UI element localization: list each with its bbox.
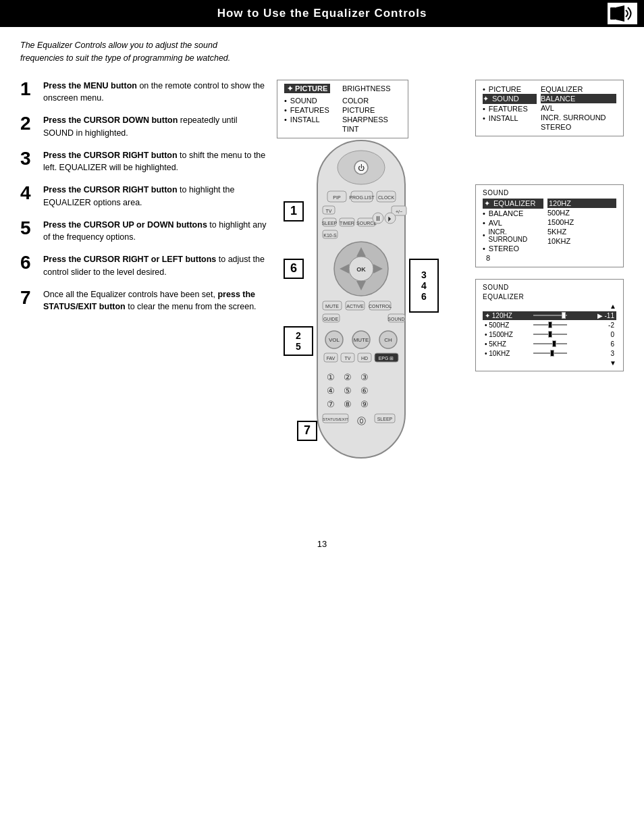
step-3-bold: Press the CURSOR RIGHT button — [43, 151, 178, 160]
menu4-slider-10k — [533, 353, 597, 354]
menu2-install: •INSTALL — [483, 113, 537, 123]
menu1-row-features: •FEATURES — [284, 105, 338, 115]
step-4-number: 4 — [20, 184, 36, 203]
step-3-text: Press the CURSOR RIGHT button to shift t… — [43, 149, 270, 175]
menu4-row-120: ✦ 120HZ ▶ -11 — [483, 311, 616, 320]
menu1-val-tint: TINT — [342, 124, 401, 134]
slider-handle — [548, 331, 552, 338]
step-label-346: 3 4 6 — [409, 259, 439, 313]
bullet: • — [284, 115, 287, 124]
menu1-header: ✦ PICTURE BRIGHTNESS — [284, 84, 401, 93]
svg-text:VOL: VOL — [329, 337, 340, 343]
step-label-6a: 6 — [284, 259, 304, 279]
step-5: 5 Press the CURSOR UP or DOWN buttons to… — [20, 219, 270, 244]
step-2-number: 2 — [20, 114, 36, 133]
menu3-avl: •AVL — [483, 218, 543, 228]
step-2-text: Press the CURSOR DOWN button repeatedly … — [43, 114, 270, 140]
step-3: 3 Press the CURSOR RIGHT button to shift… — [20, 149, 270, 175]
intro-text: The Equalizer Controls allow you to adju… — [20, 39, 250, 65]
step-2: 2 Press the CURSOR DOWN button repeatedl… — [20, 114, 270, 140]
menu2-val-balance: BALANCE — [541, 94, 616, 103]
menu2-right-col: EQUALIZER BALANCE AVL INCR. SURROUND STE… — [537, 84, 616, 132]
step-label-7: 7 — [297, 421, 317, 441]
svg-text:FAV: FAV — [327, 356, 336, 361]
steps-list: 1 Press the MENU button on the remote co… — [20, 80, 270, 519]
step-4: 4 Press the CURSOR RIGHT button to highl… — [20, 184, 270, 209]
center-area: ✦ PICTURE BRIGHTNESS •SOUND •FEATURES •I… — [270, 80, 624, 519]
label: FEATURES — [290, 106, 329, 114]
step-4-text: Press the CURSOR RIGHT button to highlig… — [43, 184, 270, 209]
menu3-eq: ✦EQUALIZER — [483, 199, 543, 209]
menu2-val-surround: INCR. SURROUND — [541, 113, 616, 122]
menu1-right-col: COLOR PICTURE SHARPNESS TINT — [338, 96, 401, 134]
slider-track — [533, 324, 567, 325]
menu3-left-col: ✦EQUALIZER •BALANCE •AVL •INCR. SURROUND… — [483, 199, 543, 263]
menu2-picture: •PICTURE — [483, 84, 537, 94]
svg-text:+/−: +/− — [396, 209, 402, 214]
svg-text:CH: CH — [384, 337, 392, 343]
svg-text:MUTE: MUTE — [325, 304, 339, 309]
svg-text:CLOCK: CLOCK — [378, 195, 394, 200]
menu3-b: 8 — [483, 253, 543, 263]
svg-text:GUIDE: GUIDE — [323, 317, 339, 321]
menu1-val-sharpness: SHARPNESS — [342, 115, 401, 124]
step-5-bold: Press the CURSOR UP or DOWN buttons — [43, 220, 207, 230]
menu-screen-4: SOUND EQUALIZER ▲ ✦ 120HZ ▶ -11 — [475, 279, 624, 371]
steps-area: 1 Press the MENU button on the remote co… — [20, 80, 624, 519]
remote-diagram: ⏻ PIP PROG.LIST CLOCK +/− — [284, 134, 439, 485]
step-3-number: 3 — [20, 149, 36, 168]
step-6-text: Press the CURSOR RIGHT or LEFT buttons t… — [43, 253, 270, 279]
menu1-val-color: COLOR — [342, 96, 401, 105]
svg-text:⑧: ⑧ — [344, 399, 352, 409]
step-4-bold: Press the CURSOR RIGHT button — [43, 185, 178, 194]
bullet: • — [284, 106, 287, 114]
page-title: How to Use the Equalizer Controls — [217, 7, 427, 20]
menu4-subtitle: EQUALIZER — [483, 293, 616, 301]
svg-text:SLEEP: SLEEP — [377, 417, 393, 421]
svg-text:PROG.LIST: PROG.LIST — [349, 195, 375, 200]
svg-text:HD: HD — [361, 356, 368, 361]
slider-handle — [548, 321, 552, 328]
svg-text:SOUND: SOUND — [387, 317, 404, 321]
svg-text:CONTROL: CONTROL — [369, 304, 392, 309]
slider-track — [533, 343, 567, 344]
menu4-val-5k: 6 — [599, 340, 614, 348]
menu4-slider-1500 — [533, 334, 597, 335]
menu4-row-1500: • 1500HZ 0 — [483, 330, 616, 339]
svg-text:EPG ⊞: EPG ⊞ — [379, 356, 394, 361]
svg-text:⏸: ⏸ — [375, 215, 381, 222]
step-label-25: 2 5 — [284, 326, 313, 356]
menu2-rows: •PICTURE ✦SOUND •FEATURES •INSTALL EQUAL… — [483, 84, 616, 132]
menu2-val-avl: AVL — [541, 103, 616, 113]
main-content: The Equalizer Controls allow you to adju… — [0, 39, 644, 549]
menu3-stereo: •STEREO — [483, 244, 543, 253]
menu4-slider-500 — [533, 324, 597, 325]
svg-text:TIMER: TIMER — [340, 221, 354, 226]
menu4-row-10k: • 10KHZ 3 — [483, 349, 616, 358]
page-number: 13 — [20, 539, 624, 549]
page-header: How to Use the Equalizer Controls — [0, 0, 644, 27]
slider-track — [533, 353, 567, 354]
menu3-title: SOUND — [483, 189, 616, 197]
menu4-label-1500: • 1500HZ — [485, 331, 531, 338]
slider-track — [533, 315, 567, 316]
menu3-val-120: 120HZ — [547, 199, 616, 208]
menu3-surround: •INCR. SURROUND — [483, 228, 543, 244]
svg-text:⑥: ⑥ — [360, 386, 369, 396]
menu3-val-5k: 5KHZ — [547, 227, 616, 236]
label: INSTALL — [290, 115, 320, 124]
step-2-bold: Press the CURSOR DOWN button — [43, 115, 178, 125]
speaker-icon — [608, 3, 637, 24]
svg-text:②: ② — [344, 372, 352, 382]
menu4-val-500: -2 — [599, 321, 614, 329]
step-7-text: Once all the Equalizer controls have bee… — [43, 288, 270, 314]
menu3-val-500: 500HZ — [547, 208, 616, 217]
step-6: 6 Press the CURSOR RIGHT or LEFT buttons… — [20, 253, 270, 279]
svg-text:⏻: ⏻ — [358, 164, 365, 172]
slider-handle — [550, 350, 554, 357]
step-label-1: 1 — [284, 201, 304, 221]
menu4-val-120: ▶ -11 — [597, 312, 614, 319]
label: SOUND — [290, 97, 317, 105]
menu2-val-eq: EQUALIZER — [541, 84, 616, 94]
step-7: 7 Once all the Equalizer controls have b… — [20, 288, 270, 314]
